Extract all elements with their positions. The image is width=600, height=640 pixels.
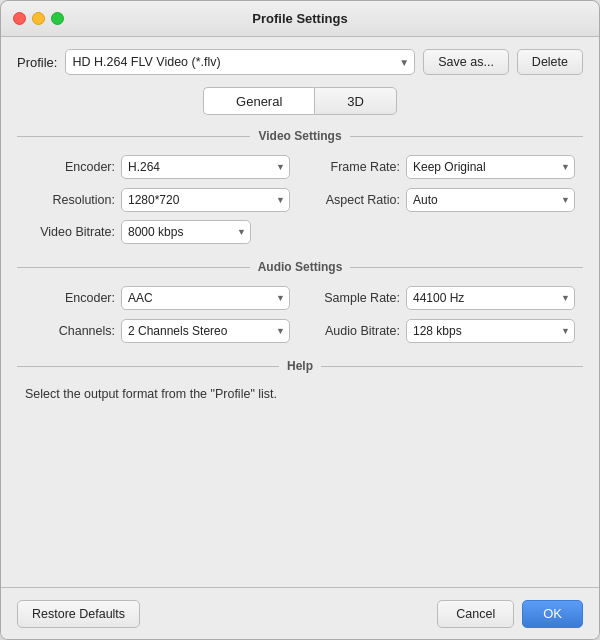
window: Profile Settings Profile: HD H.264 FLV V… xyxy=(0,0,600,640)
profile-row: Profile: HD H.264 FLV Video (*.flv) ▼ Sa… xyxy=(17,49,583,75)
channels-select-wrapper: 2 Channels Stereo ▼ xyxy=(121,319,290,343)
audio-section-line-right xyxy=(350,267,583,268)
audio-settings-title: Audio Settings xyxy=(258,260,343,274)
profile-label: Profile: xyxy=(17,55,57,70)
audio-bitrate-field-row: Audio Bitrate: 128 kbps ▼ xyxy=(310,319,575,343)
help-header: Help xyxy=(17,359,583,373)
audio-bitrate-select[interactable]: 128 kbps xyxy=(406,319,575,343)
close-button[interactable] xyxy=(13,12,26,25)
profile-select[interactable]: HD H.264 FLV Video (*.flv) xyxy=(65,49,415,75)
audio-encoder-select-wrapper: AAC ▼ xyxy=(121,286,290,310)
frame-rate-field-row: Frame Rate: Keep Original ▼ xyxy=(310,155,575,179)
window-title: Profile Settings xyxy=(252,11,347,26)
encoder-select-wrapper: H.264 ▼ xyxy=(121,155,290,179)
help-section: Help Select the output format from the "… xyxy=(17,359,583,404)
content-area: Profile: HD H.264 FLV Video (*.flv) ▼ Sa… xyxy=(1,37,599,587)
help-content: Select the output format from the "Profi… xyxy=(17,385,583,404)
video-settings-grid: Encoder: H.264 ▼ Frame Rate: Keep Origin… xyxy=(17,155,583,212)
help-title: Help xyxy=(287,359,313,373)
ok-button[interactable]: OK xyxy=(522,600,583,628)
audio-settings-grid: Encoder: AAC ▼ Sample Rate: 44100 Hz xyxy=(17,286,583,343)
title-bar: Profile Settings xyxy=(1,1,599,37)
audio-encoder-label: Encoder: xyxy=(25,291,115,305)
audio-encoder-field-row: Encoder: AAC ▼ xyxy=(25,286,290,310)
bottom-right-buttons: Cancel OK xyxy=(437,600,583,628)
channels-field-row: Channels: 2 Channels Stereo ▼ xyxy=(25,319,290,343)
aspect-ratio-label: Aspect Ratio: xyxy=(310,193,400,207)
encoder-label: Encoder: xyxy=(25,160,115,174)
save-as-button[interactable]: Save as... xyxy=(423,49,509,75)
section-line-left xyxy=(17,136,250,137)
channels-label: Channels: xyxy=(25,324,115,338)
video-bitrate-select-wrapper: 8000 kbps ▼ xyxy=(121,220,251,244)
audio-bitrate-label: Audio Bitrate: xyxy=(310,324,400,338)
sample-rate-select-wrapper: 44100 Hz ▼ xyxy=(406,286,575,310)
video-bitrate-select[interactable]: 8000 kbps xyxy=(121,220,251,244)
tab-general[interactable]: General xyxy=(203,87,314,115)
encoder-select[interactable]: H.264 xyxy=(121,155,290,179)
audio-bitrate-select-wrapper: 128 kbps ▼ xyxy=(406,319,575,343)
audio-encoder-select[interactable]: AAC xyxy=(121,286,290,310)
aspect-ratio-select-wrapper: Auto ▼ xyxy=(406,188,575,212)
audio-section-line-left xyxy=(17,267,250,268)
aspect-ratio-select[interactable]: Auto xyxy=(406,188,575,212)
cancel-button[interactable]: Cancel xyxy=(437,600,514,628)
audio-settings-section: Audio Settings Encoder: AAC ▼ Sample xyxy=(17,260,583,343)
video-bitrate-label: Video Bitrate: xyxy=(25,225,115,239)
bottom-bar: Restore Defaults Cancel OK xyxy=(1,587,599,639)
sample-rate-field-row: Sample Rate: 44100 Hz ▼ xyxy=(310,286,575,310)
section-line-right xyxy=(350,136,583,137)
aspect-ratio-field-row: Aspect Ratio: Auto ▼ xyxy=(310,188,575,212)
delete-button[interactable]: Delete xyxy=(517,49,583,75)
frame-rate-select[interactable]: Keep Original xyxy=(406,155,575,179)
help-section-line-right xyxy=(321,366,583,367)
frame-rate-select-wrapper: Keep Original ▼ xyxy=(406,155,575,179)
resolution-select[interactable]: 1280*720 xyxy=(121,188,290,212)
restore-defaults-button[interactable]: Restore Defaults xyxy=(17,600,140,628)
tab-3d[interactable]: 3D xyxy=(314,87,397,115)
frame-rate-label: Frame Rate: xyxy=(310,160,400,174)
encoder-field-row: Encoder: H.264 ▼ xyxy=(25,155,290,179)
audio-settings-header: Audio Settings xyxy=(17,260,583,274)
minimize-button[interactable] xyxy=(32,12,45,25)
video-settings-header: Video Settings xyxy=(17,129,583,143)
sample-rate-select[interactable]: 44100 Hz xyxy=(406,286,575,310)
profile-select-wrapper: HD H.264 FLV Video (*.flv) ▼ xyxy=(65,49,415,75)
resolution-select-wrapper: 1280*720 ▼ xyxy=(121,188,290,212)
video-bitrate-row: Video Bitrate: 8000 kbps ▼ xyxy=(17,220,583,244)
video-settings-section: Video Settings Encoder: H.264 ▼ xyxy=(17,129,583,244)
sample-rate-label: Sample Rate: xyxy=(310,291,400,305)
traffic-lights xyxy=(13,12,64,25)
resolution-field-row: Resolution: 1280*720 ▼ xyxy=(25,188,290,212)
resolution-label: Resolution: xyxy=(25,193,115,207)
channels-select[interactable]: 2 Channels Stereo xyxy=(121,319,290,343)
tab-bar: General 3D xyxy=(17,87,583,115)
help-section-line-left xyxy=(17,366,279,367)
video-settings-title: Video Settings xyxy=(258,129,341,143)
maximize-button[interactable] xyxy=(51,12,64,25)
